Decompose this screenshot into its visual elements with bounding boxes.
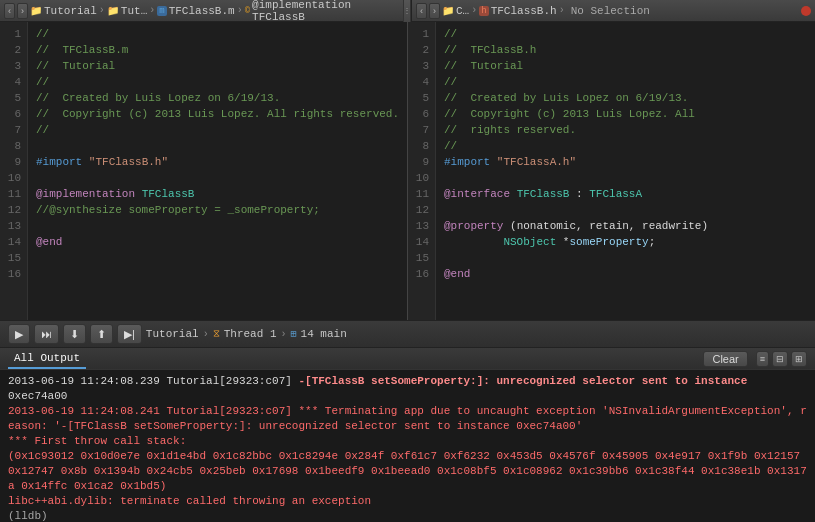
nav-forward-right-button[interactable]: ›	[429, 3, 440, 19]
code-line	[36, 266, 399, 282]
breadcrumb-item-tfclassb-h[interactable]: h TFClassB.h	[479, 5, 556, 17]
editor-pane-left: 1 2 3 4 5 6 7 8 9 10 11 12 13 14 15 16 /…	[0, 22, 407, 320]
breadcrumb-label-5: C…	[456, 5, 469, 17]
debug-toolbar: ▶ ⏭ ⬇ ⬆ ▶| Tutorial › ⧖ Thread 1 › ⊞ 14 …	[0, 320, 815, 348]
code-line: // Created by Luis Lopez on 6/19/13.	[444, 90, 807, 106]
console-line-1: 2013-06-19 11:24:08.239 Tutorial[29323:c…	[8, 374, 807, 389]
line-num: 14	[0, 234, 27, 250]
debug-thread-label: Thread 1	[224, 328, 277, 340]
console-clear-button[interactable]: Clear	[703, 351, 747, 367]
line-num: 4	[0, 74, 27, 90]
line-num: 14	[408, 234, 435, 250]
breadcrumb-item-tfclassb-m[interactable]: m TFClassB.m	[157, 5, 234, 17]
file-h-icon: h	[479, 6, 488, 16]
line-num: 1	[408, 26, 435, 42]
step-out-button[interactable]: ⬆	[90, 324, 113, 344]
close-button[interactable]	[801, 6, 811, 16]
debug-frame-label: 14 main	[301, 328, 347, 340]
console-line-4: *** First throw call stack:	[8, 434, 807, 449]
code-line: // Tutorial	[36, 58, 399, 74]
line-num: 12	[408, 202, 435, 218]
line-num: 11	[408, 186, 435, 202]
breadcrumb-sep-4: ›	[471, 5, 477, 16]
editor-pane-right: 1 2 3 4 5 6 7 8 9 10 11 12 13 14 15 16 /…	[407, 22, 815, 320]
breadcrumb-sep-3: ›	[237, 5, 243, 16]
breadcrumb-sep-1: ›	[99, 5, 105, 16]
console-line-7: (lldb)	[8, 509, 807, 522]
line-num: 1	[0, 26, 27, 42]
code-line: //@synthesize someProperty = _someProper…	[36, 202, 399, 218]
breadcrumb-sep-2: ›	[149, 5, 155, 16]
code-line: #import "TFClassA.h"	[444, 154, 807, 170]
console-output[interactable]: 2013-06-19 11:24:08.239 Tutorial[29323:c…	[0, 370, 815, 522]
console-icon-3[interactable]: ⊞	[791, 351, 807, 367]
line-num: 16	[408, 266, 435, 282]
folder-icon-3: 📁	[442, 5, 454, 17]
code-line: #import "TFClassB.h"	[36, 154, 399, 170]
line-numbers-left: 1 2 3 4 5 6 7 8 9 10 11 12 13 14 15 16	[0, 22, 28, 320]
breadcrumb-label-2: Tut…	[121, 5, 147, 17]
line-num: 3	[408, 58, 435, 74]
frame-icon: ⊞	[291, 328, 297, 340]
code-left[interactable]: // // TFClassB.m // Tutorial // // Creat…	[28, 22, 407, 320]
code-line: //	[36, 122, 399, 138]
line-num: 15	[408, 250, 435, 266]
line-num: 15	[0, 250, 27, 266]
step-in-button[interactable]: ⬇	[63, 324, 86, 344]
line-num: 16	[0, 266, 27, 282]
code-right[interactable]: // // TFClassB.h // Tutorial // // Creat…	[436, 22, 815, 320]
breadcrumb-label: Tutorial	[44, 5, 97, 17]
console-line-6: libc++abi.dylib: terminate called throwi…	[8, 494, 807, 509]
line-num: 11	[0, 186, 27, 202]
tab-all-output[interactable]: All Output	[8, 348, 86, 369]
breadcrumb-item-implementation[interactable]: © @implementation TFClassB	[245, 0, 399, 23]
breadcrumb-item-c[interactable]: 📁 C…	[442, 5, 469, 17]
code-line	[444, 170, 807, 186]
code-line	[36, 218, 399, 234]
console-icon-1[interactable]: ≡	[756, 351, 769, 367]
code-line: // Copyright (c) 2013 Luis Lopez. All ri…	[36, 106, 399, 122]
breadcrumb-label-4: @implementation TFClassB	[252, 0, 399, 23]
line-num: 9	[0, 154, 27, 170]
pause-button[interactable]: ▶	[8, 324, 30, 344]
nav-back-left-button[interactable]: ‹	[4, 3, 15, 19]
breadcrumb-right: 📁 C… › h TFClassB.h › No Selection	[442, 5, 799, 17]
nav-forward-left-button[interactable]: ›	[17, 3, 28, 19]
breadcrumb-item-tutorial[interactable]: 📁 Tutorial	[30, 5, 97, 17]
breadcrumb-left: 📁 Tutorial › 📁 Tut… › m TFClassB.m › © @…	[30, 0, 399, 23]
console-line-2: 0xec74a00	[8, 389, 807, 404]
debug-sep-1: ›	[203, 329, 209, 340]
line-num: 9	[408, 154, 435, 170]
code-line: //	[444, 74, 807, 90]
line-numbers-right: 1 2 3 4 5 6 7 8 9 10 11 12 13 14 15 16	[408, 22, 436, 320]
step-over-button[interactable]: ⏭	[34, 324, 59, 344]
code-line: @end	[444, 266, 807, 282]
line-num: 8	[0, 138, 27, 154]
code-line	[444, 202, 807, 218]
console-line-5: (0x1c93012 0x10d0e7e 0x1d1e4bd 0x1c82bbc…	[8, 449, 807, 494]
nav-back-right-button[interactable]: ‹	[416, 3, 427, 19]
console-icon-2[interactable]: ⊟	[772, 351, 788, 367]
bottom-section: All Output Clear ≡ ⊟ ⊞ 2013-06-19 11:24:…	[0, 348, 815, 522]
line-num: 6	[0, 106, 27, 122]
editor-area: 1 2 3 4 5 6 7 8 9 10 11 12 13 14 15 16 /…	[0, 22, 815, 320]
line-num: 13	[408, 218, 435, 234]
code-line: @implementation TFClassB	[36, 186, 399, 202]
breadcrumb-label-6: TFClassB.h	[491, 5, 557, 17]
line-num: 6	[408, 106, 435, 122]
code-line: //	[36, 74, 399, 90]
breadcrumb-item-tut[interactable]: 📁 Tut…	[107, 5, 147, 17]
top-toolbar: ‹ › 📁 Tutorial › 📁 Tut… › m TFClassB.m ›	[0, 0, 815, 22]
breadcrumb-label-3: TFClassB.m	[169, 5, 235, 17]
code-line	[36, 250, 399, 266]
console-icons: ≡ ⊟ ⊞	[756, 351, 807, 367]
line-num: 7	[0, 122, 27, 138]
code-line: // rights reserved.	[444, 122, 807, 138]
line-num: 12	[0, 202, 27, 218]
code-line: //	[36, 26, 399, 42]
step-forward-button[interactable]: ▶|	[117, 324, 142, 344]
code-line: // Created by Luis Lopez on 6/19/13.	[36, 90, 399, 106]
code-line: // TFClassB.m	[36, 42, 399, 58]
line-num: 2	[408, 42, 435, 58]
debug-sep-2: ›	[281, 329, 287, 340]
